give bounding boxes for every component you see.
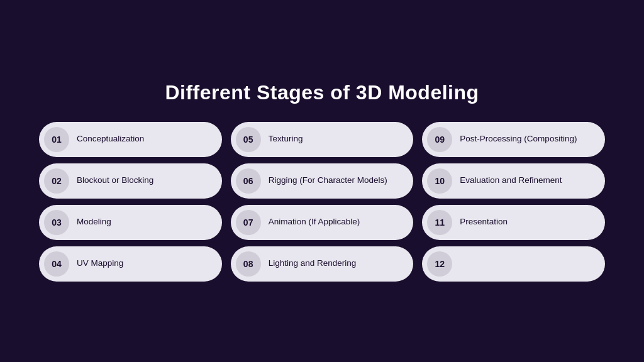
stage-label-05: Texturing [269,133,303,145]
stage-label-11: Presentation [460,216,508,228]
stage-label-07: Animation (If Applicable) [269,216,360,228]
stage-number-03: 03 [44,210,69,235]
stage-item-08: 08Lighting and Rendering [231,246,414,282]
stage-item-07: 07Animation (If Applicable) [231,205,414,240]
stage-item-04: 04UV Mapping [39,246,222,282]
stage-item-11: 11Presentation [422,205,605,240]
stage-item-06: 06Rigging (For Character Models) [231,163,414,199]
stage-item-01: 01Conceptualization [39,122,222,157]
stage-item-10: 10Evaluation and Refinement [422,163,605,199]
stage-item-09: 09Post-Processing (Compositing) [422,122,605,157]
stage-item-03: 03Modeling [39,205,222,240]
stage-label-04: UV Mapping [77,258,123,269]
stage-label-09: Post-Processing (Compositing) [460,133,577,145]
stage-number-04: 04 [44,251,69,277]
page-title: Different Stages of 3D Modeling [165,81,479,104]
stage-label-02: Blockout or Blocking [77,175,153,186]
stage-number-09: 09 [427,127,452,152]
stage-number-11: 11 [427,210,452,235]
stages-grid: 01Conceptualization05Texturing09Post-Pro… [39,122,605,282]
stage-number-06: 06 [236,168,261,194]
stage-number-10: 10 [427,168,452,194]
stage-number-07: 07 [236,210,261,235]
stage-label-08: Lighting and Rendering [269,258,357,269]
stage-item-12: 12 [422,246,605,282]
stage-number-01: 01 [44,127,69,152]
stage-label-01: Conceptualization [77,133,144,145]
stage-item-02: 02Blockout or Blocking [39,163,222,199]
stage-item-05: 05Texturing [231,122,414,157]
stage-number-12: 12 [427,251,452,277]
stage-label-10: Evaluation and Refinement [460,175,562,186]
stage-number-05: 05 [236,127,261,152]
stage-label-03: Modeling [77,216,111,228]
stage-number-08: 08 [236,251,261,277]
stage-label-06: Rigging (For Character Models) [269,175,387,186]
stage-number-02: 02 [44,168,69,194]
